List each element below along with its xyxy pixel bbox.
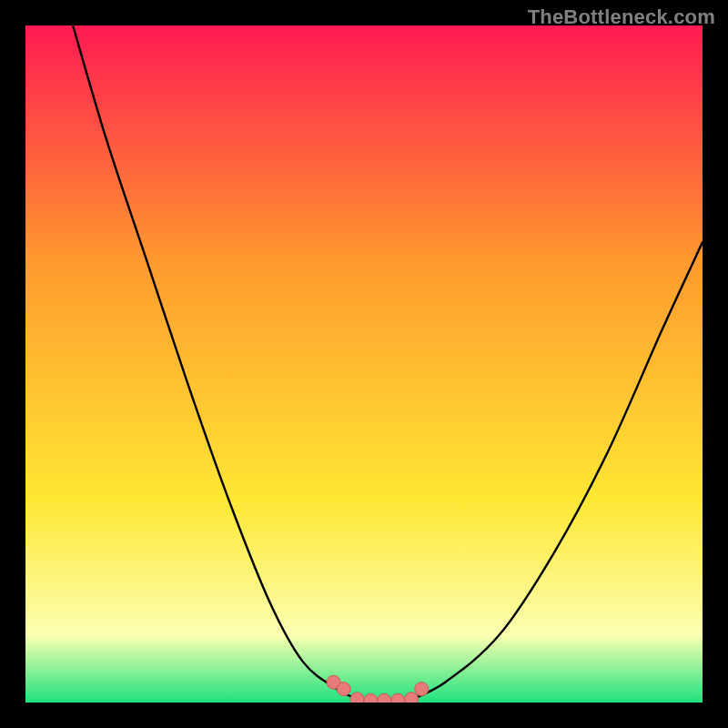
left-branch-curve bbox=[73, 25, 364, 703]
right-branch-curve bbox=[405, 242, 703, 703]
chart-frame: TheBottleneck.com bbox=[0, 0, 728, 728]
marker-dot bbox=[350, 693, 364, 703]
plot-area bbox=[25, 25, 703, 703]
marker-dot bbox=[364, 693, 378, 703]
marker-dot bbox=[337, 682, 350, 696]
marker-dot bbox=[415, 682, 429, 696]
bottom-markers bbox=[327, 675, 429, 703]
marker-dot bbox=[378, 693, 391, 703]
marker-dot bbox=[391, 693, 405, 703]
curve-layer bbox=[25, 25, 703, 703]
